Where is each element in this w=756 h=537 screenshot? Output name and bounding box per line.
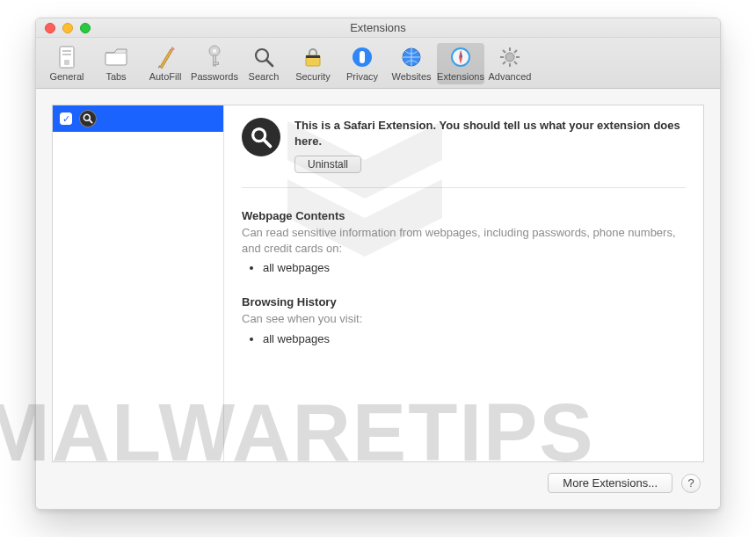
svg-rect-10 [214,62,219,64]
detail-header: This is a Safari Extension. You should t… [242,118,686,188]
general-icon [55,45,79,69]
permission-item: all webpages [263,332,686,345]
permission-description: Can read sensitive information from webp… [242,225,686,256]
permission-section-browsing-history: Browsing History Can see when you visit:… [242,295,686,345]
toolbar-label: Passwords [191,71,238,82]
permission-list: all webpages [263,261,686,274]
permission-item: all webpages [263,261,686,274]
toolbar-label: Advanced [489,71,532,82]
svg-rect-5 [64,60,69,65]
gear-icon [498,45,522,69]
close-window-button[interactable] [45,23,55,33]
magnifier-icon [242,118,280,156]
compass-icon [448,45,473,69]
svg-rect-4 [62,54,71,55]
more-extensions-button[interactable]: More Extensions... [548,473,672,493]
svg-line-27 [503,50,505,53]
privacy-icon [350,45,374,69]
toolbar-item-privacy[interactable]: Privacy [338,43,386,84]
svg-line-12 [266,60,273,66]
svg-point-22 [505,53,514,62]
toolbar-item-advanced[interactable]: Advanced [486,43,534,84]
window-controls [36,23,91,33]
extension-row[interactable]: ✓ [53,105,223,132]
permission-section-webpage-contents: Webpage Contents Can read sensitive info… [242,209,686,274]
toolbar-label: General [49,71,84,82]
toolbar-label: AutoFill [149,71,182,82]
toolbar-label: Tabs [105,71,126,82]
toolbar-label: Search [249,71,280,82]
window-title: Extensions [36,21,720,34]
uninstall-button[interactable]: Uninstall [294,156,361,173]
permission-title: Browsing History [242,295,686,308]
svg-line-32 [89,120,91,122]
extensions-panel: ✓ This is a Safari Extension. You should… [52,105,704,462]
extension-detail: This is a Safari Extension. You should t… [224,105,703,461]
extension-enabled-checkbox[interactable]: ✓ [60,112,72,125]
toolbar-label: Extensions [437,71,484,82]
tabs-icon [104,45,128,69]
svg-rect-6 [105,53,127,65]
svg-point-8 [213,49,217,54]
extension-description: This is a Safari Extension. You should t… [294,118,686,149]
svg-line-29 [503,62,505,64]
permission-description: Can see when you visit: [242,311,686,327]
body-area: ✓ This is a Safari Extension. You should… [36,89,720,509]
toolbar-item-tabs[interactable]: Tabs [92,43,140,84]
minimize-window-button[interactable] [62,23,73,33]
toolbar-item-autofill[interactable]: AutoFill [142,43,189,84]
globe-icon [399,45,424,69]
preferences-toolbar: General Tabs AutoFill Passwords [36,38,720,89]
search-icon [251,45,276,69]
autofill-icon [153,45,178,69]
toolbar-item-security[interactable]: Security [289,43,337,84]
svg-rect-14 [306,55,320,58]
zoom-window-button[interactable] [80,23,91,33]
svg-line-28 [514,62,517,64]
key-icon [202,45,227,69]
toolbar-item-extensions[interactable]: Extensions [437,43,484,84]
toolbar-item-search[interactable]: Search [240,43,287,84]
svg-rect-3 [62,50,71,52]
permission-title: Webpage Contents [242,209,686,222]
toolbar-item-passwords[interactable]: Passwords [191,43,238,84]
toolbar-label: Security [295,71,331,82]
lock-icon [301,45,325,69]
magnifier-icon [79,110,97,127]
footer: More Extensions... ? [52,462,704,493]
detail-header-text: This is a Safari Extension. You should t… [294,118,686,173]
toolbar-item-general[interactable]: General [43,43,91,84]
titlebar: Extensions [36,18,720,38]
toolbar-item-websites[interactable]: Websites [388,43,435,84]
svg-rect-16 [360,51,365,63]
extensions-sidebar: ✓ [53,105,224,461]
preferences-window: Extensions General Tabs AutoFill [35,18,721,510]
help-button[interactable]: ? [681,474,701,493]
permission-list: all webpages [263,332,686,345]
svg-line-30 [514,50,517,53]
svg-line-34 [264,140,271,147]
toolbar-label: Websites [391,71,431,82]
toolbar-label: Privacy [346,71,378,82]
